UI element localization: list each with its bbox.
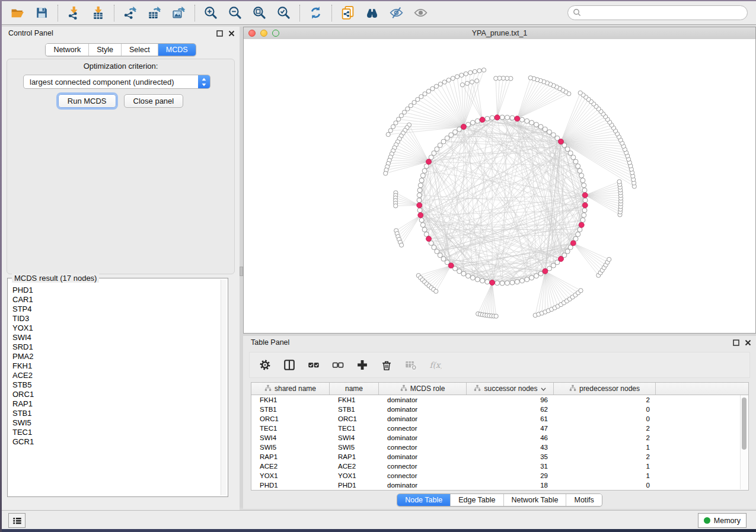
- tab-select[interactable]: Select: [121, 44, 158, 56]
- hide-selected-icon[interactable]: [388, 5, 404, 21]
- show-hide-columns-icon[interactable]: [282, 358, 296, 372]
- create-column-icon[interactable]: [355, 358, 369, 372]
- cell-name: STB1: [330, 405, 379, 414]
- search-wrap: [567, 5, 748, 20]
- task-history-button[interactable]: [8, 513, 25, 528]
- close-table-panel-icon[interactable]: [744, 339, 751, 346]
- mcds-result-item[interactable]: STP4: [12, 305, 219, 314]
- export-image-icon[interactable]: [171, 5, 187, 21]
- control-panel-tabs: NetworkStyleSelectMCDS: [2, 43, 240, 56]
- close-panel-icon[interactable]: [228, 30, 235, 37]
- cell-shared-name: PHD1: [251, 480, 330, 490]
- export-table-icon[interactable]: [146, 5, 162, 21]
- tab-network[interactable]: Network: [46, 44, 88, 56]
- zoom-selected-icon[interactable]: [276, 5, 292, 21]
- table-row[interactable]: FKH1FKH1dominator962: [251, 395, 748, 405]
- tab-style[interactable]: Style: [88, 44, 121, 56]
- show-all-icon[interactable]: [413, 5, 429, 21]
- mcds-result-item[interactable]: PMA2: [12, 352, 219, 361]
- network-canvas[interactable]: [244, 39, 755, 333]
- mcds-result-item[interactable]: TID3: [12, 314, 219, 323]
- table-row[interactable]: ACE2ACE2connector311: [251, 462, 748, 471]
- mcds-result-item[interactable]: STB1: [12, 409, 219, 418]
- mcds-result-item[interactable]: SWI4: [12, 333, 219, 342]
- cell-successor-nodes: 62: [467, 405, 554, 414]
- cell-successor-nodes: 47: [467, 424, 554, 433]
- close-panel-button[interactable]: Close panel: [124, 94, 184, 108]
- open-file-icon[interactable]: [9, 5, 25, 21]
- cell-MCDS-role: connector: [379, 471, 467, 480]
- cell-successor-nodes: 18: [467, 480, 554, 490]
- mcds-result-item[interactable]: SWI5: [12, 418, 219, 428]
- mcds-result-item[interactable]: GCR1: [12, 437, 219, 447]
- tab-mcds[interactable]: MCDS: [158, 44, 196, 56]
- mcds-result-item[interactable]: RAP1: [12, 399, 219, 409]
- mcds-result-item[interactable]: ORC1: [12, 390, 219, 399]
- cell-shared-name: YOX1: [251, 471, 330, 480]
- zoom-out-icon[interactable]: [227, 5, 243, 21]
- cell-shared-name: SWI4: [251, 433, 330, 443]
- table-row[interactable]: SWI5SWI5connector431: [251, 443, 748, 452]
- table-row[interactable]: STB1STB1dominator620: [251, 405, 748, 414]
- network-view-window: YPA_prune.txt_1: [243, 27, 756, 334]
- shared-column-icon: [400, 384, 407, 393]
- cell-MCDS-role: connector: [379, 462, 467, 471]
- cell-successor-nodes: 96: [467, 395, 554, 405]
- cell-predecessor-nodes: 2: [554, 452, 656, 462]
- column-header-shared-name[interactable]: shared name: [251, 383, 330, 395]
- deselect-all-icon[interactable]: [331, 358, 345, 372]
- table-scrollbar-thumb[interactable]: [742, 398, 747, 450]
- find-icon[interactable]: [364, 5, 380, 21]
- column-header-predecessor-nodes[interactable]: predecessor nodes: [554, 383, 656, 395]
- import-network-icon[interactable]: [66, 5, 82, 21]
- import-table-icon[interactable]: [90, 5, 106, 21]
- network-graph[interactable]: [244, 39, 756, 334]
- tab-network-table[interactable]: Network Table: [503, 494, 566, 506]
- mcds-result-item[interactable]: STB5: [12, 380, 219, 390]
- table-options-icon[interactable]: [258, 358, 272, 372]
- table-toolbar: f(x): [249, 352, 750, 378]
- memory-button[interactable]: Memory: [698, 513, 747, 528]
- zoom-fit-icon[interactable]: [251, 5, 267, 21]
- float-table-panel-icon[interactable]: [732, 339, 739, 346]
- mcds-result-item[interactable]: TEC1: [12, 428, 219, 437]
- export-network-icon[interactable]: [122, 5, 138, 21]
- zoom-in-icon[interactable]: [203, 5, 219, 21]
- column-label: successor nodes: [484, 384, 537, 393]
- toolbar-group: [195, 5, 299, 21]
- criterion-select[interactable]: largest connected component (undirected): [23, 75, 210, 89]
- mcds-result-item[interactable]: SRD1: [12, 342, 219, 352]
- column-header-successor-nodes[interactable]: successor nodes: [467, 383, 554, 395]
- mcds-result-item[interactable]: ACE2: [12, 371, 219, 380]
- table-panel-title: Table Panel: [251, 338, 289, 347]
- mcds-result-item[interactable]: PHD1: [12, 286, 219, 295]
- cell-predecessor-nodes: 1: [554, 462, 656, 471]
- export-web-icon[interactable]: [340, 5, 356, 21]
- delete-columns-icon[interactable]: [379, 358, 394, 372]
- memory-status-dot: [704, 517, 710, 524]
- mcds-result-item[interactable]: YOX1: [12, 323, 219, 333]
- table-scrollbar[interactable]: [740, 395, 748, 489]
- table-row[interactable]: TEC1TEC1connector472: [251, 424, 748, 433]
- table-row[interactable]: PHD1PHD1dominator180: [251, 480, 748, 490]
- table-row[interactable]: YOX1YOX1connector291: [251, 471, 748, 480]
- tab-motifs[interactable]: Motifs: [566, 494, 601, 506]
- cell-name: FKH1: [330, 395, 379, 405]
- mcds-result-item[interactable]: CAR1: [12, 295, 219, 305]
- table-row[interactable]: SWI4SWI4dominator462: [251, 433, 748, 443]
- column-header-name[interactable]: name: [330, 383, 379, 395]
- mcds-list-scrollbar[interactable]: [221, 280, 227, 495]
- float-panel-icon[interactable]: [216, 30, 223, 37]
- run-mcds-button[interactable]: Run MCDS: [58, 94, 116, 108]
- save-session-icon[interactable]: [34, 5, 50, 21]
- search-input[interactable]: [567, 5, 748, 20]
- column-header-MCDS-role[interactable]: MCDS role: [379, 383, 467, 395]
- table-row[interactable]: RAP1RAP1dominator352: [251, 452, 748, 462]
- select-all-icon[interactable]: [307, 358, 321, 372]
- tab-node-table[interactable]: Node Table: [397, 494, 450, 506]
- apply-layout-icon[interactable]: [308, 5, 324, 21]
- tab-edge-table[interactable]: Edge Table: [450, 494, 503, 506]
- cell-successor-nodes: 43: [467, 443, 554, 452]
- mcds-result-item[interactable]: FKH1: [12, 361, 219, 371]
- table-row[interactable]: ORC1ORC1dominator610: [251, 414, 748, 424]
